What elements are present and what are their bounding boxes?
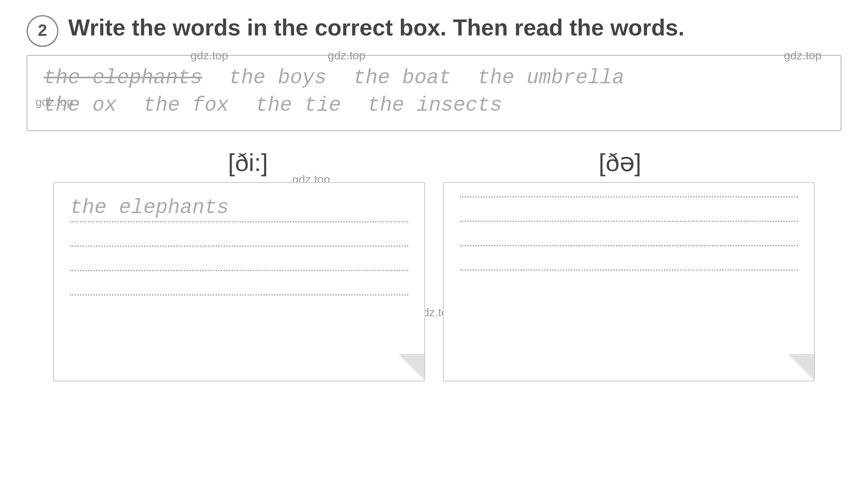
answer-line-4 (70, 294, 408, 296)
word-bank-item-umbrella: the umbrella (478, 66, 624, 89)
word-bank-item-elephants: the elephants (43, 66, 202, 89)
word-bank-row-2: the ox the fox the tie the insects (43, 94, 825, 117)
exercise-number: 2 (27, 15, 58, 47)
word-bank-item-boys: the boys (229, 66, 327, 89)
phonetic-right: [ðə] (599, 148, 641, 176)
word-bank-row-1: the elephants the boys the boat the umbr… (43, 66, 825, 89)
page: 2 Write the words in the correct box. Th… (0, 0, 868, 494)
instruction-row: 2 Write the words in the correct box. Th… (27, 13, 841, 47)
phonetic-row: [ði:] [ðə] (27, 148, 841, 177)
first-answer-line: the elephants (70, 196, 408, 222)
right-answer-line-1 (460, 196, 798, 198)
first-underline (70, 221, 408, 222)
word-bank-item-ox: the ox (43, 94, 117, 117)
right-answer-line-2 (460, 221, 798, 222)
answer-boxes-row: the elephants (27, 182, 841, 381)
answer-box-right (443, 182, 815, 381)
word-bank-item-tie: the tie (256, 94, 341, 117)
right-answer-line-4 (460, 269, 798, 271)
instruction-text: Write the words in the correct box. Then… (68, 13, 685, 42)
right-answer-line-3 (460, 245, 798, 246)
answer-line-2 (70, 245, 408, 247)
word-bank-item-fox: the fox (143, 94, 229, 117)
word-bank-item-boat: the boat (353, 66, 451, 89)
word-bank: the elephants the boys the boat the umbr… (27, 55, 841, 131)
filled-answer: the elephants (70, 196, 408, 219)
answer-line-3 (70, 270, 408, 271)
answer-box-left: the elephants (53, 182, 425, 381)
phonetic-left: [ði:] (228, 148, 268, 176)
word-bank-item-insects: the insects (368, 94, 502, 117)
